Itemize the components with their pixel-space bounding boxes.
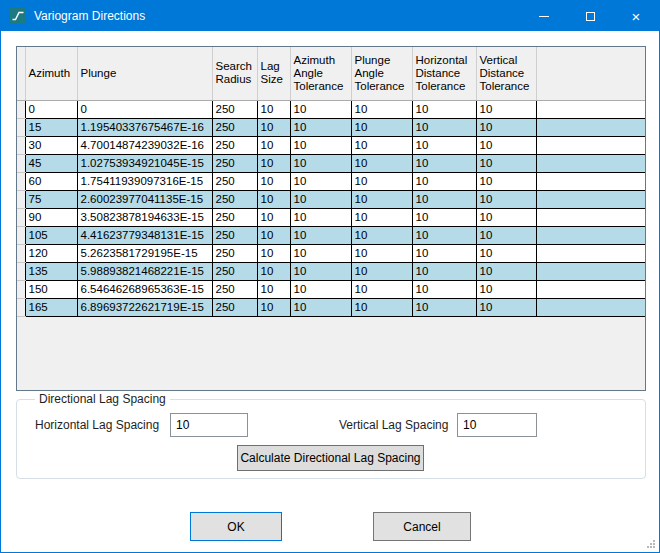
table-cell[interactable]: 10 <box>257 154 290 172</box>
table-cell[interactable]: 10 <box>476 208 536 226</box>
column-header-corner[interactable] <box>17 47 25 100</box>
table-cell[interactable]: 10 <box>476 280 536 298</box>
table-cell[interactable]: 10 <box>412 298 476 316</box>
table-cell[interactable]: 10 <box>412 244 476 262</box>
titlebar[interactable]: Variogram Directions × <box>1 1 659 31</box>
table-cell[interactable]: 10 <box>257 136 290 154</box>
resize-grip[interactable] <box>653 546 655 548</box>
table-cell[interactable]: 250 <box>212 208 257 226</box>
table-cell[interactable]: 135 <box>25 262 77 280</box>
table-cell[interactable]: 105 <box>25 226 77 244</box>
table-cell[interactable]: 5.2623581729195E-15 <box>77 244 212 262</box>
table-cell[interactable]: 10 <box>290 262 351 280</box>
table-cell[interactable]: 30 <box>25 136 77 154</box>
table-cell[interactable]: 10 <box>476 298 536 316</box>
table-cell[interactable] <box>536 154 645 172</box>
table-cell[interactable]: 10 <box>412 100 476 118</box>
table-cell[interactable]: 10 <box>290 118 351 136</box>
table-cell[interactable]: 120 <box>25 244 77 262</box>
table-cell[interactable]: 2.60023977041135E-15 <box>77 190 212 208</box>
table-cell[interactable] <box>536 244 645 262</box>
cancel-button[interactable]: Cancel <box>373 512 471 541</box>
table-cell[interactable]: 250 <box>212 118 257 136</box>
table-cell[interactable]: 10 <box>476 136 536 154</box>
table-cell[interactable]: 6.89693722621719E-15 <box>77 298 212 316</box>
table-cell[interactable]: 10 <box>257 172 290 190</box>
row-selector[interactable] <box>17 226 25 244</box>
table-cell[interactable]: 10 <box>476 118 536 136</box>
table-cell[interactable]: 10 <box>412 190 476 208</box>
close-button[interactable]: × <box>613 1 659 31</box>
vertical-lag-spacing-input[interactable] <box>457 413 537 437</box>
table-cell[interactable]: 0 <box>25 100 77 118</box>
table-cell[interactable]: 90 <box>25 208 77 226</box>
table-cell[interactable]: 10 <box>476 226 536 244</box>
table-cell[interactable]: 10 <box>351 208 412 226</box>
table-cell[interactable]: 10 <box>257 262 290 280</box>
table-cell[interactable]: 10 <box>476 190 536 208</box>
table-cell[interactable]: 10 <box>257 100 290 118</box>
table-cell[interactable]: 4.70014874239032E-16 <box>77 136 212 154</box>
table-cell[interactable]: 75 <box>25 190 77 208</box>
table-cell[interactable]: 10 <box>257 280 290 298</box>
column-header-empty[interactable] <box>536 47 645 100</box>
table-cell[interactable]: 250 <box>212 280 257 298</box>
table-cell[interactable]: 250 <box>212 190 257 208</box>
table-cell[interactable] <box>536 190 645 208</box>
table-cell[interactable]: 10 <box>290 154 351 172</box>
minimize-button[interactable] <box>521 1 567 31</box>
table-cell[interactable] <box>536 172 645 190</box>
table-cell[interactable]: 1.02753934921045E-15 <box>77 154 212 172</box>
table-cell[interactable]: 150 <box>25 280 77 298</box>
row-selector[interactable] <box>17 154 25 172</box>
table-cell[interactable]: 10 <box>476 244 536 262</box>
table-cell[interactable]: 10 <box>412 226 476 244</box>
row-selector[interactable] <box>17 208 25 226</box>
table-cell[interactable]: 10 <box>351 136 412 154</box>
table-cell[interactable]: 45 <box>25 154 77 172</box>
calculate-directional-lag-spacing-button[interactable]: Calculate Directional Lag Spacing <box>237 445 424 471</box>
column-header-horizontal-distance-tolerance[interactable]: Horizontal Distance Tolerance <box>412 47 476 100</box>
table-cell[interactable]: 1.19540337675467E-16 <box>77 118 212 136</box>
row-selector[interactable] <box>17 136 25 154</box>
column-header-search-radius[interactable]: Search Radius <box>212 47 257 100</box>
table-cell[interactable]: 10 <box>476 100 536 118</box>
table-cell[interactable]: 10 <box>290 280 351 298</box>
table-cell[interactable]: 10 <box>412 262 476 280</box>
table-cell[interactable]: 10 <box>290 208 351 226</box>
table-cell[interactable]: 10 <box>476 154 536 172</box>
table-cell[interactable]: 10 <box>257 226 290 244</box>
table-cell[interactable]: 10 <box>351 190 412 208</box>
table-cell[interactable]: 10 <box>290 226 351 244</box>
table-cell[interactable]: 250 <box>212 298 257 316</box>
column-header-plunge-angle-tolerance[interactable]: Plunge Angle Tolerance <box>351 47 412 100</box>
column-header-azimuth[interactable]: Azimuth <box>25 47 77 100</box>
row-selector[interactable] <box>17 244 25 262</box>
table-cell[interactable]: 250 <box>212 100 257 118</box>
table-cell[interactable]: 250 <box>212 136 257 154</box>
table-cell[interactable]: 10 <box>257 244 290 262</box>
table-cell[interactable]: 10 <box>351 154 412 172</box>
table-cell[interactable]: 250 <box>212 154 257 172</box>
table-cell[interactable]: 10 <box>412 172 476 190</box>
table-cell[interactable]: 10 <box>351 172 412 190</box>
table-cell[interactable]: 10 <box>257 298 290 316</box>
column-header-vertical-distance-tolerance[interactable]: Vertical Distance Tolerance <box>476 47 536 100</box>
row-selector[interactable] <box>17 100 25 118</box>
table-cell[interactable]: 10 <box>290 190 351 208</box>
table-cell[interactable]: 165 <box>25 298 77 316</box>
table-cell[interactable]: 10 <box>257 190 290 208</box>
table-cell[interactable]: 250 <box>212 172 257 190</box>
table-cell[interactable]: 6.54646268965363E-15 <box>77 280 212 298</box>
column-header-plunge[interactable]: Plunge <box>77 47 212 100</box>
table-cell[interactable]: 10 <box>351 118 412 136</box>
table-cell[interactable]: 10 <box>476 172 536 190</box>
table-cell[interactable]: 10 <box>351 226 412 244</box>
table-cell[interactable]: 10 <box>351 100 412 118</box>
row-selector[interactable] <box>17 172 25 190</box>
row-selector[interactable] <box>17 298 25 316</box>
table-cell[interactable]: 10 <box>290 172 351 190</box>
table-cell[interactable]: 10 <box>412 118 476 136</box>
table-cell[interactable]: 250 <box>212 244 257 262</box>
table-cell[interactable]: 0 <box>77 100 212 118</box>
